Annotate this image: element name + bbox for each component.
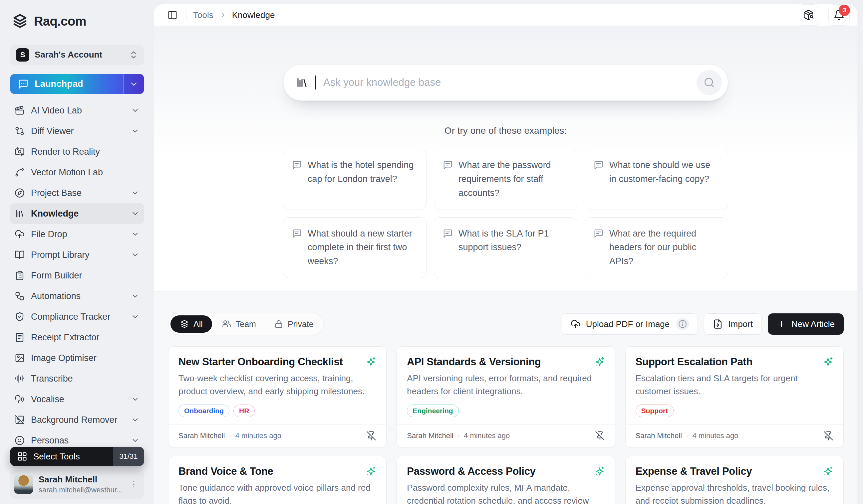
notification-count-badge: 3 [839,5,850,16]
sidebar-item-ai-video-lab[interactable]: AI Video Lab [10,100,144,121]
sidebar-item-image-optimiser[interactable]: Image Optimiser [10,348,144,368]
knowledge-search-bar[interactable] [283,64,728,101]
tab-private[interactable]: Private [266,315,322,333]
sidebar-item-render-to-reality[interactable]: Render to Reality [10,141,144,162]
sparkles-icon[interactable] [594,466,605,477]
article-tags: Engineering [407,404,605,417]
message-bubble-icon [18,79,29,90]
pin-off-icon[interactable] [595,431,605,441]
sidebar-item-knowledge[interactable]: Knowledge [10,203,144,224]
sidebar-item-compliance-tracker[interactable]: Compliance Tracker [10,306,144,327]
article-card[interactable]: Brand Voice & Tone Tone guidance with ap… [168,456,387,504]
sidebar-item-file-drop[interactable]: File Drop [10,224,144,245]
clipboard-list-icon [15,270,25,281]
chevron-down-icon [131,189,139,197]
article-card[interactable]: Expense & Travel Policy Expense approval… [625,456,844,504]
tab-all[interactable]: All [171,315,212,333]
launchpad-expand-button[interactable] [124,74,144,94]
sidebar-item-automations[interactable]: Automations [10,286,144,306]
chevron-down-icon [131,106,139,115]
article-card[interactable]: New Starter Onboarding Checklist Two-wee… [168,346,387,448]
article-timestamp: 4 minutes ago [692,431,738,440]
chevron-down-icon [131,292,139,300]
search-submit-button[interactable] [697,70,722,95]
tag[interactable]: HR [234,404,255,417]
example-question-card[interactable]: What should a new starter complete in th… [283,217,426,279]
example-question-card[interactable]: What is the hotel spending cap for Londo… [283,149,426,210]
plus-icon [777,319,786,329]
tag[interactable]: Engineering [407,404,459,417]
main-panel: Tools Knowledge 3 [154,4,857,504]
chevron-right-icon [219,11,227,19]
workflow-icon [15,291,25,301]
tag[interactable]: Onboarding [178,404,229,417]
article-timestamp: 4 minutes ago [464,431,510,440]
import-button[interactable]: Import [704,313,762,335]
article-library: All Team Private Upload PDF or Image [154,292,857,504]
tab-team[interactable]: Team [214,315,264,333]
sparkles-icon[interactable] [823,466,833,477]
tag[interactable]: Support [636,404,674,417]
knowledge-hero: Or try one of these examples: What is th… [154,26,857,292]
article-card[interactable]: Support Escalation Path Escalation tiers… [625,346,844,448]
user-card[interactable]: Sarah Mitchell sarah.mitchell@westbur... [10,470,144,499]
sidebar-item-background-remover[interactable]: Background Remover [10,410,144,430]
package-search-button[interactable] [798,4,819,26]
sidebar: Raq.com S Sarah's Account Launchpad [0,0,154,504]
sidebar-item-prompt-library[interactable]: Prompt Library [10,245,144,265]
pin-off-icon[interactable] [823,431,833,441]
text-cursor [315,76,316,90]
search-icon [703,77,715,88]
launchpad-label: Launchpad [35,79,83,89]
examples-grid: What is the hotel spending cap for Londo… [283,149,728,278]
sidebar-item-project-base[interactable]: Project Base [10,183,144,203]
chevron-down-icon [131,230,139,238]
sidebar-item-vocalise[interactable]: Vocalise [10,389,144,410]
sidebar-item-transcribe[interactable]: Transcribe [10,368,144,389]
pin-off-icon[interactable] [366,431,376,441]
chevron-down-icon [131,209,139,218]
new-article-button[interactable]: New Article [768,313,844,335]
message-square-text-icon [292,160,302,200]
article-card[interactable]: API Standards & Versioning API versionin… [397,346,615,448]
user-name: Sarah Mitchell [39,474,123,485]
sidebar-item-diff-viewer[interactable]: Diff Viewer [10,121,144,141]
breadcrumb-tools[interactable]: Tools [193,10,213,20]
example-question-card[interactable]: What are the password requirements for s… [434,149,577,210]
sidebar-item-form-builder[interactable]: Form Builder [10,265,144,286]
grid-icon [17,451,27,462]
kebab-menu-icon[interactable] [128,479,139,490]
sidebar-item-vector-motion-lab[interactable]: Vector Motion Lab [10,162,144,183]
example-question-card[interactable]: What are the required headers for our pu… [585,217,728,279]
sparkles-icon[interactable] [594,357,605,367]
article-author: Sarah Mitchell [407,431,453,440]
example-question-card[interactable]: What tone should we use in customer-faci… [585,149,728,210]
book-open-icon [15,250,25,260]
topbar: Tools Knowledge 3 [154,4,857,26]
visibility-tabs: All Team Private [168,313,324,335]
upload-pdf-image-button[interactable]: Upload PDF or Image [562,313,698,335]
info-icon[interactable] [676,318,689,330]
example-question-card[interactable]: What is the SLA for P1 support issues? [434,217,577,279]
sidebar-toggle-button[interactable] [165,8,179,22]
shield-check-icon [15,312,25,322]
article-tags: Support [636,398,833,417]
article-title: Password & Access Policy [407,465,535,477]
account-switcher[interactable]: S Sarah's Account [10,44,144,65]
knowledge-search-input[interactable] [323,77,689,89]
article-card[interactable]: Password & Access Policy Password comple… [397,456,615,504]
account-avatar: S [16,48,29,62]
launchpad-main[interactable]: Launchpad [10,74,123,94]
library-icon [15,209,25,219]
select-tools-button[interactable]: Select Tools 31/31 [10,447,144,466]
sparkles-icon[interactable] [823,357,833,367]
chevron-down-icon [131,127,139,135]
notifications-button[interactable]: 3 [828,4,850,26]
cloud-upload-icon [571,319,581,329]
sparkles-icon[interactable] [366,466,376,477]
launchpad-button[interactable]: Launchpad [10,74,144,94]
sparkles-icon[interactable] [366,357,376,367]
article-title: New Starter Onboarding Checklist [178,356,342,368]
switch-camera-icon [15,147,25,157]
sidebar-item-receipt-extractor[interactable]: Receipt Extractor [10,327,144,348]
